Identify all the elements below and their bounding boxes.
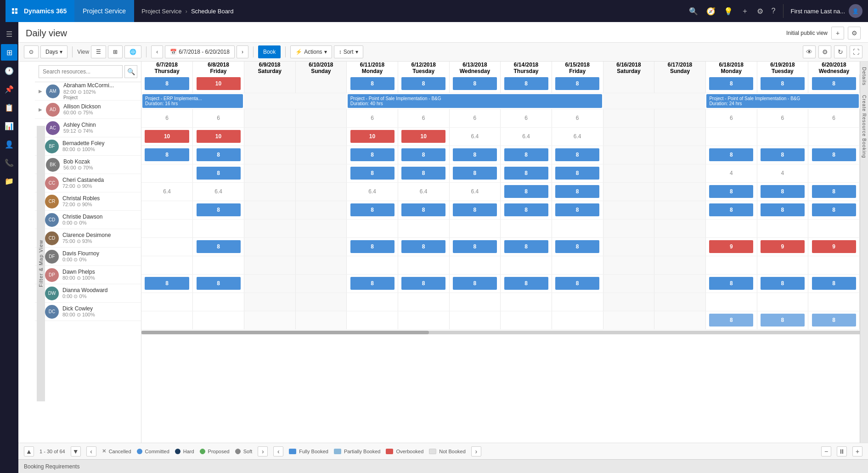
booking-block[interactable]: 8 <box>504 148 548 161</box>
booking-block[interactable]: 8 <box>709 185 753 198</box>
next-legend-button[interactable]: › <box>258 446 268 456</box>
project-bar-erp[interactable]: Project - ERP Implementa... Duration: 16… <box>142 94 243 108</box>
booking-block[interactable]: 10 <box>401 130 445 143</box>
cell-allison-5[interactable]: 6 <box>347 109 398 127</box>
cell-allison-9[interactable]: 6 <box>552 109 603 127</box>
horizontal-scrollbar[interactable] <box>141 331 860 334</box>
cell-bob-6[interactable]: 8 <box>398 164 449 182</box>
cell-dawn-6[interactable]: 8 <box>398 274 449 293</box>
project-bar-pos2[interactable]: Project - Point of Sale Implementation -… <box>706 94 858 108</box>
cell-bob-12[interactable]: 4 <box>705 164 757 182</box>
next-page-button[interactable]: › <box>471 446 481 456</box>
cell-bob-8[interactable]: 8 <box>501 164 552 182</box>
booking-block[interactable]: 8 <box>350 77 395 90</box>
resource-row-ashley[interactable]: ▶ AC Ashley Chinn 59:12 ⊙ 74% <box>35 119 141 137</box>
cell-abraham-14[interactable]: 8 <box>808 74 860 93</box>
project-bar-pos1[interactable]: Project - Point of Sale Implementation -… <box>348 94 602 108</box>
zoom-out-button[interactable]: − <box>821 446 831 456</box>
cell-ashley-1[interactable]: 10 <box>141 127 193 146</box>
booking-block[interactable]: 8 <box>197 203 241 216</box>
cell-abraham-8[interactable]: 8 <box>501 74 552 93</box>
booking-block[interactable]: 8 <box>761 185 805 198</box>
cell-berna-9[interactable]: 8 <box>552 146 603 164</box>
refresh-button[interactable]: ↻ <box>834 45 847 58</box>
booking-block[interactable]: 8 <box>709 314 753 327</box>
booking-block[interactable]: 8 <box>145 77 189 90</box>
cell-allison-1[interactable]: 6 <box>141 109 193 127</box>
booking-block[interactable]: 8 <box>504 203 548 216</box>
cell-dick-12[interactable]: 8 <box>705 311 757 329</box>
booking-block[interactable]: 8 <box>197 148 241 161</box>
user-profile[interactable]: First name Last na... 👤 <box>783 4 863 18</box>
booking-block[interactable]: 8 <box>812 277 856 290</box>
cell-ashley-5[interactable]: 10 <box>347 127 398 146</box>
booking-block[interactable]: 8 <box>812 77 856 90</box>
page-expand-button[interactable]: ▼ <box>71 446 81 456</box>
booking-block[interactable]: 8 <box>812 148 856 161</box>
booking-block[interactable]: 8 <box>145 148 189 161</box>
cell-ashley-2[interactable]: 10 <box>193 127 244 146</box>
cell-allison-6[interactable]: 6 <box>398 109 449 127</box>
booking-block[interactable]: 8 <box>555 185 599 198</box>
settings-icon[interactable]: ⚙ <box>757 7 763 16</box>
booking-block[interactable]: 8 <box>350 148 395 161</box>
booking-block[interactable]: 9 <box>812 240 856 253</box>
booking-block[interactable]: 8 <box>761 203 805 216</box>
pause-button[interactable]: ⏸ <box>837 446 847 456</box>
booking-block[interactable]: 8 <box>504 240 548 253</box>
sort-button[interactable]: ↕ Sort ▾ <box>334 45 363 58</box>
cell-berna-1[interactable]: 8 <box>141 146 193 164</box>
resource-row-clarence[interactable]: CD Clarence Desimone 75:00 ⊙ 93% <box>35 229 141 248</box>
booking-block[interactable]: 8 <box>555 203 599 216</box>
resource-row-christie[interactable]: CD Christie Dawson 0:00 ⊙ 0% <box>35 211 141 229</box>
cell-cheri-2[interactable]: 6.4 <box>193 182 244 201</box>
booking-block[interactable]: 8 <box>504 167 548 180</box>
booking-block[interactable]: 8 <box>504 77 548 90</box>
compass-icon[interactable]: 🧭 <box>706 7 716 16</box>
lightbulb-icon[interactable]: 💡 <box>724 7 733 16</box>
cell-clarence-6[interactable]: 8 <box>398 237 449 256</box>
expand-icon-allison[interactable]: ▶ <box>39 107 42 112</box>
cell-bob-2[interactable]: 8 <box>193 164 244 182</box>
cell-berna-2[interactable]: 8 <box>193 146 244 164</box>
project-bar-cell-5[interactable]: Project - Point of Sale Implementation -… <box>705 93 859 109</box>
booking-block[interactable]: 8 <box>555 167 599 180</box>
booking-block[interactable]: 8 <box>761 77 805 90</box>
recent-icon[interactable]: 🕐 <box>1 62 17 79</box>
cell-clarence-12[interactable]: 9 <box>705 237 757 256</box>
cell-dawn-8[interactable]: 8 <box>501 274 552 293</box>
cell-dick-13[interactable]: 8 <box>757 311 808 329</box>
resource-row-bob[interactable]: ▶ BK Bob Kozak 56:00 ⊙ 70% <box>35 156 141 174</box>
booking-block[interactable]: 8 <box>453 203 497 216</box>
cell-abraham-7[interactable]: 8 <box>449 74 501 93</box>
hamburger-menu[interactable]: ☰ <box>1 26 17 42</box>
cell-abraham-5[interactable]: 8 <box>347 74 398 93</box>
plus-icon[interactable]: ＋ <box>741 6 749 16</box>
nav-item-4[interactable]: 📞 <box>1 154 17 171</box>
cell-christal-13[interactable]: 8 <box>757 201 808 219</box>
resource-row-christal[interactable]: CR Christal Robles 72:00 ⊙ 90% <box>35 192 141 211</box>
booking-block[interactable]: 8 <box>812 314 856 327</box>
resource-row-dawn[interactable]: DP Dawn Phelps 80:00 ⊙ 100% <box>35 266 141 284</box>
expand-icon-abraham[interactable]: ▶ <box>39 89 42 94</box>
cell-christal-12[interactable]: 8 <box>705 201 757 219</box>
cell-berna-7[interactable]: 8 <box>449 146 501 164</box>
scrollbar-thumb[interactable] <box>141 331 429 334</box>
search-icon[interactable]: 🔍 <box>689 7 698 16</box>
booking-block[interactable]: 8 <box>812 203 856 216</box>
booking-block[interactable]: 8 <box>709 203 753 216</box>
booking-block[interactable]: 8 <box>401 240 445 253</box>
cell-clarence-13[interactable]: 9 <box>757 237 808 256</box>
cell-ashley-7[interactable]: 6.4 <box>449 127 501 146</box>
cell-bob-13[interactable]: 4 <box>757 164 808 182</box>
booking-block[interactable]: 8 <box>453 277 497 290</box>
booking-block[interactable]: 8 <box>197 277 241 290</box>
cell-allison-14[interactable]: 6 <box>808 109 860 127</box>
booking-block[interactable]: 8 <box>555 77 599 90</box>
cell-clarence-5[interactable]: 8 <box>347 237 398 256</box>
today-button[interactable]: ⊙ <box>24 45 39 58</box>
cell-dawn-14[interactable]: 8 <box>808 274 860 293</box>
cell-christal-8[interactable]: 8 <box>501 201 552 219</box>
cell-cheri-7[interactable]: 6.4 <box>449 182 501 201</box>
booking-block[interactable]: 8 <box>504 277 548 290</box>
